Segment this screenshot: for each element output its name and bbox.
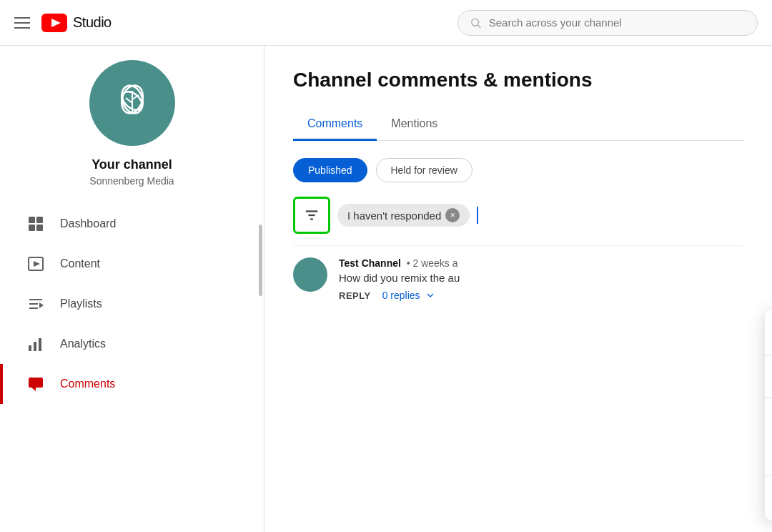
comment-meta: Test Channel • 2 weeks a <box>339 257 743 269</box>
chevron-down-icon <box>425 290 436 301</box>
channel-subtitle: Sonnenberg Media <box>89 175 174 187</box>
svg-rect-21 <box>29 345 31 351</box>
sidebar-item-analytics[interactable]: Analytics <box>0 324 264 364</box>
tab-mentions[interactable]: Mentions <box>377 109 452 141</box>
channel-avatar <box>89 60 175 146</box>
analytics-label: Analytics <box>60 338 106 350</box>
svg-rect-23 <box>39 338 41 351</box>
filter-cursor <box>477 207 478 224</box>
sidebar-item-playlists[interactable]: Playlists <box>0 284 264 324</box>
comment-body: Test Channel • 2 weeks a How did you rem… <box>339 257 743 301</box>
commenter-avatar <box>293 257 327 292</box>
tabs-row: Comments Mentions <box>293 109 743 141</box>
main-layout: Your channel Sonnenberg Media Dashboard … <box>0 46 772 532</box>
sidebar-item-content[interactable]: Content <box>0 244 264 284</box>
dashboard-icon <box>26 214 46 234</box>
filter-held[interactable]: Held for review <box>376 158 472 182</box>
svg-rect-24 <box>29 378 43 388</box>
tab-comments[interactable]: Comments <box>293 109 377 141</box>
svg-rect-11 <box>29 217 35 223</box>
sidebar-scrollbar[interactable] <box>259 225 262 296</box>
comment-actions: REPLY 0 replies <box>339 290 743 301</box>
svg-rect-13 <box>29 225 35 231</box>
page-title: Channel comments & mentions <box>293 69 743 92</box>
comment-text: How did you remix the au <box>339 272 743 284</box>
content-icon <box>26 254 46 274</box>
sidebar-item-comments[interactable]: Comments <box>0 364 264 404</box>
filter-tag-label: I haven't responded <box>347 210 441 222</box>
comment-author: Test Channel <box>339 257 401 269</box>
studio-label: Studio <box>73 14 112 31</box>
svg-rect-12 <box>36 217 43 223</box>
svg-marker-20 <box>39 302 44 308</box>
dropdown-divider-3 <box>765 475 772 476</box>
content-area: Channel comments & mentions Comments Men… <box>264 46 772 532</box>
svg-line-3 <box>478 25 481 28</box>
filter-tag: I haven't responded × <box>337 204 470 227</box>
search-bar[interactable] <box>457 10 758 36</box>
search-icon <box>470 16 482 29</box>
dropdown-item-public-subscribers[interactable]: Public subscribers <box>765 400 772 436</box>
svg-rect-14 <box>36 225 43 231</box>
filter-button-row: I haven't responded × <box>293 197 743 234</box>
replies-toggle[interactable]: 0 replies <box>382 290 436 301</box>
sidebar-item-dashboard[interactable]: Dashboard <box>0 204 264 244</box>
comments-label: Comments <box>60 378 115 390</box>
svg-marker-16 <box>34 261 40 267</box>
filter-row: Published Held for review <box>293 158 743 182</box>
comment-time: • 2 weeks a <box>407 257 458 269</box>
svg-point-2 <box>472 19 479 26</box>
search-input[interactable] <box>489 16 746 29</box>
header-left: Studio <box>14 14 112 32</box>
svg-rect-22 <box>34 342 36 351</box>
replies-count: 0 replies <box>382 290 420 301</box>
dropdown-item-subscriber-count[interactable]: Subscriber count <box>765 436 772 472</box>
dropdown-item-search[interactable]: Search <box>765 316 772 352</box>
comment-row: Test Channel • 2 weeks a How did you rem… <box>293 245 743 312</box>
filter-tag-close[interactable]: × <box>445 208 460 222</box>
menu-icon[interactable] <box>14 17 30 29</box>
comments-icon <box>26 374 46 394</box>
content-label: Content <box>60 257 100 270</box>
filter-lines-icon <box>304 207 320 223</box>
youtube-logo-icon <box>41 14 67 32</box>
analytics-icon <box>26 334 46 354</box>
app-header: Studio <box>0 0 772 46</box>
dropdown-item-contains-questions[interactable]: Contains questions <box>765 358 772 394</box>
logo-container: Studio <box>41 14 112 32</box>
playlists-label: Playlists <box>60 297 102 310</box>
dashboard-label: Dashboard <box>60 217 116 230</box>
channel-avatar-icon <box>107 78 157 128</box>
dropdown-divider-1 <box>765 355 772 355</box>
filter-published[interactable]: Published <box>293 158 367 182</box>
sidebar-nav: Dashboard Content Playlists Analytics <box>0 204 264 404</box>
svg-marker-25 <box>31 388 36 391</box>
filter-icon-button[interactable] <box>293 197 330 234</box>
reply-button[interactable]: REPLY <box>339 290 371 301</box>
channel-name: Your channel <box>91 157 172 172</box>
dropdown-divider-2 <box>765 397 772 398</box>
playlists-icon <box>26 294 46 314</box>
dropdown-item-set-default[interactable]: Set current filters as default <box>765 478 772 514</box>
sidebar: Your channel Sonnenberg Media Dashboard … <box>0 46 264 532</box>
filter-dropdown-menu: Search Contains questions Public subscri… <box>765 310 772 520</box>
filter-close-icon: × <box>450 210 455 220</box>
